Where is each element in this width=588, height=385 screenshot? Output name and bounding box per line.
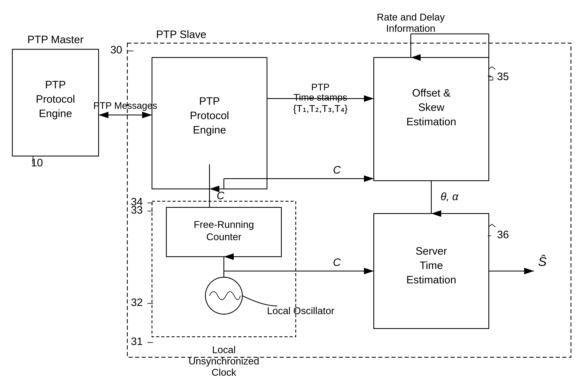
svg-text:33: 33 [131, 204, 143, 216]
svg-text:Ŝ: Ŝ [538, 254, 546, 269]
svg-text:Unsynchronized: Unsynchronized [189, 356, 259, 366]
svg-text:C: C [333, 256, 341, 268]
svg-text:PTP: PTP [45, 79, 66, 91]
svg-text:θ, α: θ, α [441, 191, 459, 203]
svg-text:PTP: PTP [199, 95, 220, 107]
svg-point-30 [205, 277, 242, 314]
svg-text:Local Oscillator: Local Oscillator [267, 305, 334, 316]
svg-text:PTP Slave: PTP Slave [156, 28, 206, 40]
svg-text:Skew: Skew [418, 101, 444, 113]
svg-text:C: C [217, 189, 225, 202]
svg-text:C: C [333, 164, 341, 176]
svg-text:Offset &: Offset & [412, 87, 451, 99]
diagram-container: PTP Protocol Engine PTP Master 10 PTP Sl… [0, 0, 588, 385]
svg-text:PTP Master: PTP Master [27, 34, 84, 45]
svg-text:Free-Running: Free-Running [194, 219, 254, 230]
svg-text:Information: Information [386, 23, 435, 34]
svg-text:Counter: Counter [206, 231, 242, 242]
svg-text:{T₁,T₂,T₃,T₄}: {T₁,T₂,T₃,T₄} [293, 103, 348, 114]
svg-text:Estimation: Estimation [406, 116, 456, 127]
svg-text:Protocol: Protocol [190, 109, 229, 121]
svg-text:Engine: Engine [39, 107, 72, 119]
svg-text:Clock: Clock [211, 367, 236, 378]
svg-text:Protocol: Protocol [36, 93, 75, 105]
svg-text:Time stamps: Time stamps [294, 92, 347, 103]
svg-text:Time: Time [420, 259, 443, 271]
svg-text:Rate and Delay: Rate and Delay [377, 12, 445, 22]
svg-text:PTP: PTP [311, 82, 329, 92]
svg-text:36: 36 [497, 228, 509, 241]
svg-text:Engine: Engine [193, 124, 226, 136]
svg-text:Estimation: Estimation [406, 274, 456, 286]
svg-text:31: 31 [131, 335, 143, 347]
svg-rect-7 [127, 43, 571, 357]
svg-text:Local: Local [212, 344, 236, 355]
svg-text:35: 35 [497, 70, 509, 82]
svg-text:30: 30 [110, 44, 122, 56]
svg-text:Server: Server [416, 245, 447, 257]
svg-text:32: 32 [131, 296, 143, 308]
svg-text:PTP Messages: PTP Messages [93, 100, 157, 111]
